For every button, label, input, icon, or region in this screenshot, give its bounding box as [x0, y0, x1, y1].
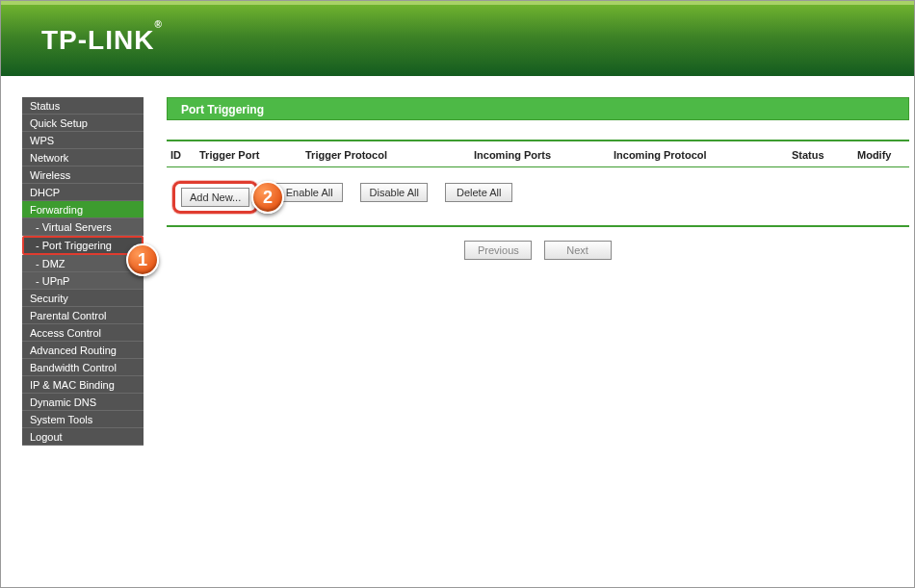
disable-all-button[interactable]: Disable All [360, 183, 428, 202]
nav-network[interactable]: Network [22, 149, 144, 166]
nav-ip-mac-binding[interactable]: IP & MAC Binding [22, 376, 144, 394]
table-header-row: ID Trigger Port Trigger Protocol Incomin… [167, 141, 909, 167]
sidebar-nav: Status Quick Setup WPS Network Wireless … [1, 76, 144, 587]
nav-dhcp[interactable]: DHCP [22, 184, 144, 201]
brand-text: TP-LINK [41, 25, 154, 55]
nav-advanced-routing[interactable]: Advanced Routing [22, 342, 144, 359]
enable-all-button[interactable]: Enable All [275, 183, 343, 202]
nav-port-triggering[interactable]: - Port Triggering [22, 236, 144, 255]
col-id: ID [170, 149, 199, 161]
menu-list: Status Quick Setup WPS Network Wireless … [22, 97, 144, 446]
brand-logo: TP-LINK® [41, 25, 163, 56]
content-area: Port Triggering ID Trigger Port Trigger … [147, 76, 915, 587]
nav-upnp[interactable]: - UPnP [22, 272, 144, 290]
nav-system-tools[interactable]: System Tools [22, 411, 144, 428]
nav-dmz[interactable]: - DMZ [22, 255, 144, 272]
col-modify: Modify [857, 149, 905, 161]
nav-security[interactable]: Security [22, 290, 144, 307]
nav-wireless[interactable]: Wireless [22, 166, 144, 184]
col-trigger-port: Trigger Port [199, 149, 305, 161]
action-button-row: Add New... Enable All Disable All Delete… [167, 167, 909, 227]
col-incoming-protocol: Incoming Protocol [614, 149, 792, 161]
nav-dynamic-dns[interactable]: Dynamic DNS [22, 394, 144, 411]
nav-access-control[interactable]: Access Control [22, 324, 144, 342]
pager-row: Previous Next [167, 227, 909, 260]
add-new-button[interactable]: Add New... [181, 188, 249, 207]
header-banner: TP-LINK® [1, 1, 914, 76]
nav-logout[interactable]: Logout [22, 428, 144, 446]
registered-mark: ® [154, 19, 162, 30]
delete-all-button[interactable]: Delete All [445, 183, 512, 202]
col-trigger-protocol: Trigger Protocol [305, 149, 474, 161]
page-title: Port Triggering [167, 97, 909, 120]
nav-status[interactable]: Status [22, 97, 144, 115]
nav-virtual-servers[interactable]: - Virtual Servers [22, 218, 144, 236]
nav-parental-control[interactable]: Parental Control [22, 307, 144, 324]
nav-wps[interactable]: WPS [22, 132, 144, 149]
nav-quick-setup[interactable]: Quick Setup [22, 115, 144, 132]
col-status: Status [792, 149, 857, 161]
nav-bandwidth-control[interactable]: Bandwidth Control [22, 359, 144, 376]
next-button[interactable]: Next [544, 241, 612, 260]
highlight-add-new: Add New... [172, 181, 258, 214]
previous-button[interactable]: Previous [464, 241, 532, 260]
nav-forwarding[interactable]: Forwarding [22, 201, 144, 218]
col-incoming-ports: Incoming Ports [474, 149, 614, 161]
